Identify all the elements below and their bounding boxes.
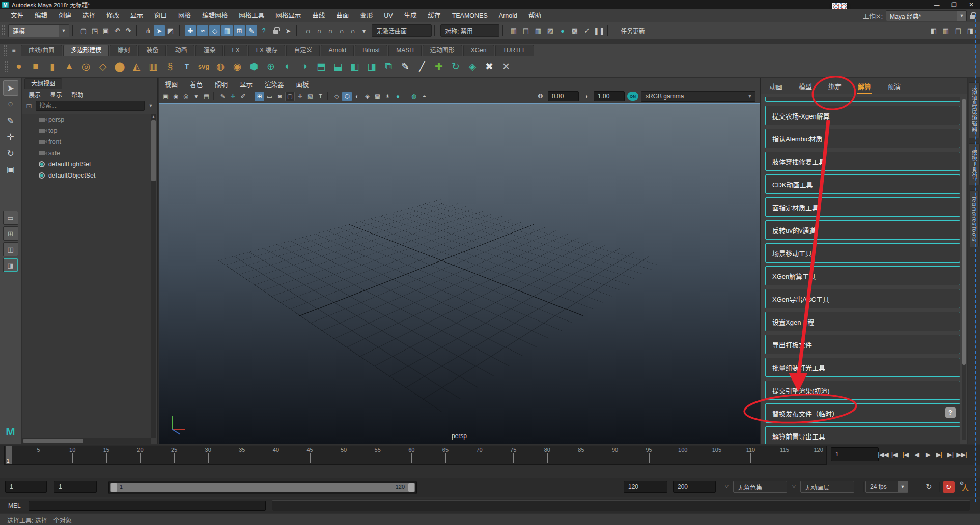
lock-selection-icon[interactable]: [270, 25, 282, 36]
tool-button-XGen导出ABC工具[interactable]: XGen导出ABC工具: [765, 289, 960, 308]
animation-start-field[interactable]: 1: [5, 481, 47, 493]
animation-end-field[interactable]: 200: [673, 481, 716, 493]
range-start-handle[interactable]: [111, 483, 117, 492]
step-forward-frame-button[interactable]: ▶|: [945, 448, 956, 460]
shelf-tab-MASH[interactable]: MASH: [388, 45, 422, 56]
shelf-tab-渲染[interactable]: 渲染: [195, 45, 223, 56]
bookmark-icon[interactable]: ▾: [191, 92, 201, 101]
shelf-tab-装备[interactable]: 装备: [138, 45, 166, 56]
help-icon[interactable]: ?: [945, 407, 956, 418]
viewport-menu-显示[interactable]: 显示: [240, 79, 253, 89]
color-management-toggle[interactable]: ON: [627, 92, 638, 101]
chevron-down-icon[interactable]: ▼: [898, 481, 908, 492]
evaluation-mode-icon[interactable]: ⚙ 人: [959, 481, 971, 493]
snap-magnet-2-icon[interactable]: ∩: [325, 25, 336, 36]
tool-button-XGen解算工具[interactable]: XGen解算工具: [765, 266, 960, 285]
range-track[interactable]: 1 120: [110, 483, 415, 492]
tab-动画[interactable]: 动画: [768, 79, 783, 93]
tool-button-导出打板文件[interactable]: 导出打板文件: [765, 335, 960, 354]
tab-解算[interactable]: 解算: [857, 79, 872, 93]
chevron-down-icon[interactable]: ▼: [957, 11, 966, 21]
bevel-icon[interactable]: ⬓: [330, 59, 346, 74]
grid-toggle-icon[interactable]: ⊞: [255, 92, 264, 101]
shelf-tab-运动图形[interactable]: 运动图形: [423, 45, 462, 56]
outliner-item-top[interactable]: top: [22, 125, 151, 136]
move-manip-icon[interactable]: ✛: [228, 92, 238, 101]
hypershade-icon[interactable]: ✓: [581, 25, 593, 36]
dock-tab-建模工具包[interactable]: 建模工具包: [969, 143, 980, 185]
menu-Arnold[interactable]: Arnold: [493, 9, 523, 22]
chevron-down-icon[interactable]: ▽: [725, 484, 729, 489]
close-button[interactable]: ✕: [963, 0, 980, 9]
snap-options-dropdown[interactable]: ▾: [358, 25, 370, 36]
poly-torus-icon[interactable]: ◎: [78, 59, 94, 74]
poly-cube-icon[interactable]: ■: [28, 59, 43, 74]
connect-icon[interactable]: ╱: [414, 59, 430, 74]
chevron-down-icon[interactable]: ▼: [745, 94, 755, 99]
playback-loop-icon[interactable]: ↻: [926, 482, 932, 491]
shadows-icon[interactable]: ●: [393, 92, 403, 101]
tool-button-反转uv的v通道[interactable]: 反转uv的v通道: [765, 220, 960, 240]
poly-helix-icon[interactable]: §: [162, 59, 178, 74]
camera-select-icon[interactable]: ▣: [161, 92, 171, 101]
viewport-menu-渲染器[interactable]: 渲染器: [265, 79, 284, 89]
task-update-label[interactable]: 任务更新: [621, 26, 645, 35]
poly-sphere-icon[interactable]: ●: [11, 59, 26, 74]
shelf-tab-雕刻[interactable]: 雕刻: [110, 45, 137, 56]
poly-pipe-icon[interactable]: ▥: [146, 59, 161, 74]
paint-fx-icon[interactable]: ✎: [218, 92, 228, 101]
render-settings-icon[interactable]: ▥: [533, 25, 544, 36]
svg-tool-icon[interactable]: svg: [196, 59, 211, 74]
safe-title-icon[interactable]: T: [316, 92, 325, 101]
camera-lock-icon[interactable]: ◉: [171, 92, 181, 101]
character-set-select[interactable]: 无角色集: [733, 481, 787, 493]
play-forwards-button[interactable]: ▶: [922, 448, 933, 460]
chevron-down-icon[interactable]: ▽: [792, 484, 796, 489]
gate-mask-icon[interactable]: ▢: [285, 92, 295, 101]
brush-icon[interactable]: ✐: [238, 92, 248, 101]
menu-变形[interactable]: 变形: [354, 9, 378, 22]
wireframe-icon[interactable]: ◇: [332, 92, 342, 101]
outliner-title-tab[interactable]: 大纲视图: [24, 78, 62, 89]
shelf-tab-TURTLE[interactable]: TURTLE: [495, 45, 534, 56]
shelf-tab-FX[interactable]: FX: [224, 45, 247, 56]
tab-绑定[interactable]: 绑定: [827, 79, 843, 93]
textured-icon[interactable]: ◐: [352, 92, 362, 101]
menu-曲面[interactable]: 曲面: [330, 9, 354, 22]
workspace-lock-icon[interactable]: [970, 15, 975, 19]
current-time-field[interactable]: 1: [831, 447, 879, 461]
outliner-menu-显示[interactable]: 显示: [50, 90, 62, 99]
snap-point-icon[interactable]: ◇: [209, 25, 220, 36]
toolsettings-toggle-icon[interactable]: ▤: [953, 25, 964, 36]
film-gate-icon[interactable]: ▭: [265, 92, 274, 101]
select-hierarchy-icon[interactable]: ⋔: [143, 25, 154, 36]
outliner-item-side[interactable]: side: [22, 148, 151, 159]
exposure-field[interactable]: 0.00: [548, 91, 579, 101]
poly-plane-icon[interactable]: ◇: [95, 59, 110, 74]
time-ruler[interactable]: 1 51015202530354045505560657075808590951…: [4, 446, 827, 465]
bridge-icon[interactable]: ◧: [347, 59, 362, 74]
poly-cone-icon[interactable]: ▲: [62, 59, 77, 74]
tool-button-提交引擎渲染(初渲)[interactable]: 提交引擎渲染(初渲): [765, 381, 960, 400]
rotate-tool[interactable]: ↻: [3, 145, 18, 161]
combine-icon[interactable]: ⬢: [246, 59, 262, 74]
viewport-menu-照明[interactable]: 照明: [215, 79, 228, 89]
active-surface-field[interactable]: 无激活曲面: [372, 24, 432, 37]
gamma-field[interactable]: 1.00: [594, 91, 625, 101]
tool-button-批量组装灯光工具[interactable]: 批量组装灯光工具: [765, 358, 960, 377]
layout-hypershade[interactable]: ◨: [3, 258, 18, 272]
statusline-drag-handle[interactable]: [2, 25, 5, 36]
outliner-item-defaultLightSet[interactable]: defaultLightSet: [22, 159, 151, 170]
quad-draw-icon[interactable]: ✚: [431, 59, 446, 74]
snap-magnet-4-icon[interactable]: ∩: [347, 25, 358, 36]
boolean-union-icon[interactable]: ◐: [280, 59, 295, 74]
move-tool[interactable]: ✛: [3, 129, 18, 144]
delete-edge-icon[interactable]: ✖: [482, 59, 497, 74]
smooth-shade-icon[interactable]: ⬡: [342, 92, 352, 101]
menu-set-select[interactable]: 建模 ▼: [8, 24, 69, 37]
viewport-menu-着色[interactable]: 着色: [190, 79, 203, 89]
shelf-tab-Arnold[interactable]: Arnold: [321, 45, 354, 56]
smooth-mesh-icon[interactable]: ◉: [230, 59, 245, 74]
outliner-menu-帮助[interactable]: 帮助: [71, 90, 83, 99]
layout-four-pane[interactable]: ⊞: [3, 226, 18, 241]
